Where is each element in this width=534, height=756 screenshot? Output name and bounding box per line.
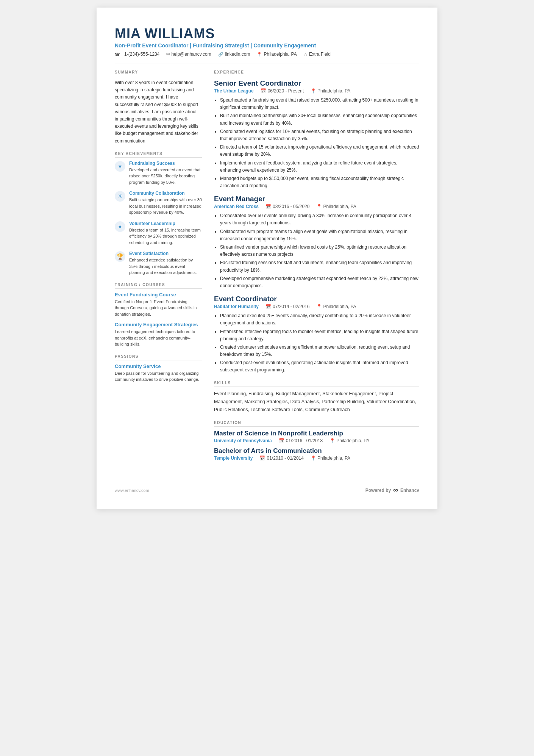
passion-desc-0: Deep passion for volunteering and organi… [115,370,202,383]
edu-dates-1: 📅 01/2010 - 01/2014 [259,455,303,461]
location-icon: 📍 [257,52,262,57]
achievement-content-3: Event Satisfaction Enhanced attendee sat… [129,251,202,276]
email-icon: ✉ [166,52,170,57]
calendar-icon-2: 📅 [265,304,271,309]
phone-icon: ☎ [115,52,120,57]
job-location-0: 📍 Philadelphia, PA [311,88,350,94]
job-dates-1: 📅 03/2016 - 05/2020 [265,204,309,209]
job-dates-2: 📅 07/2014 - 02/2016 [265,304,309,309]
edu-pin-icon-0: 📍 [329,438,335,443]
achievement-item-1: ✳ Community Collaboration Built strategi… [115,191,202,216]
achievement-title-0: Fundraising Success [129,161,202,166]
achievement-content-2: Volunteer Leadership Directed a team of … [129,221,202,246]
bullet-2-0: Planned and executed 25+ events annually… [220,312,419,327]
phone-contact: ☎ +1-(234)-555-1234 [115,52,159,57]
bullet-0-0: Spearheaded a fundraising event that rai… [220,97,419,111]
candidate-title: Non-Profit Event Coordinator | Fundraisi… [115,42,419,49]
edu-item-0: Master of Science in Nonprofit Leadershi… [214,430,419,443]
edu-calendar-icon-0: 📅 [279,438,284,443]
right-column: EXPERIENCE Senior Event Coordinator The … [214,70,419,465]
bullet-1-1: Collaborated with program teams to align… [220,228,419,243]
achievement-title-3: Event Satisfaction [129,251,202,256]
edu-dates-0: 📅 01/2016 - 01/2018 [279,438,323,443]
achievement-desc-1: Built strategic partnerships with over 3… [129,197,202,216]
edu-meta-0: University of Pennsylvania 📅 01/2016 - 0… [214,438,419,443]
job-meta-2: Habitat for Humanity 📅 07/2014 - 02/2016… [214,304,419,309]
achievement-item-3: 🏆 Event Satisfaction Enhanced attendee s… [115,251,202,276]
achievement-title-1: Community Collaboration [129,191,202,196]
course-desc-0: Certified in Nonprofit Event Fundraising… [115,299,202,318]
achievement-desc-2: Directed a team of 15, increasing team e… [129,227,202,246]
course-title-1: Community Engagement Strategies [115,322,202,327]
summary-label: SUMMARY [115,70,202,76]
bullet-1-0: Orchestrated over 50 events annually, dr… [220,212,419,227]
achievement-content-1: Community Collaboration Built strategic … [129,191,202,216]
header-divider [115,64,419,64]
achievements-label: KEY ACHIEVEMENTS [115,152,202,158]
linkedin-contact[interactable]: 🔗 linkedin.com [218,52,250,57]
job-bullets-0: Spearheaded a fundraising event that rai… [214,97,419,189]
candidate-name: MIA WILLIAMS [115,26,419,42]
footer-section: www.enhancv.com Powered by ∞ Enhancv [115,486,419,494]
achievement-desc-3: Enhanced attendee satisfaction by 35% th… [129,257,202,276]
location-text: Philadelphia, PA [264,52,297,57]
phone-text: +1-(234)-555-1234 [122,52,159,57]
main-layout: SUMMARY With over 8 years in event coord… [115,70,419,465]
edu-location-0: 📍 Philadelphia, PA [329,438,369,443]
edu-pin-icon-1: 📍 [311,455,316,461]
footer-website: www.enhancv.com [115,488,149,493]
contact-row: ☎ +1-(234)-555-1234 ✉ help@enhancv.com 🔗… [115,52,419,57]
calendar-icon-0: 📅 [261,88,266,94]
edu-location-1: 📍 Philadelphia, PA [311,455,350,461]
powered-by-text: Powered by [365,488,391,493]
footer-divider [115,474,419,474]
course-title-0: Event Fundraising Course [115,292,202,297]
job-company-2: Habitat for Humanity [214,304,259,309]
achievement-icon-3: 🏆 [115,251,125,262]
extra-icon: ☆ [304,52,308,57]
job-title-2: Event Coordinator [214,295,419,303]
job-meta-1: American Red Cross 📅 03/2016 - 05/2020 📍… [214,204,419,209]
pin-icon-0: 📍 [311,88,316,94]
bullet-2-2: Created volunteer schedules ensuring eff… [220,344,419,358]
achievement-icon-1: ✳ [115,191,125,202]
edu-degree-0: Master of Science in Nonprofit Leadershi… [214,430,419,437]
edu-calendar-icon-1: 📅 [259,455,265,461]
training-label: TRAINING / COURSES [115,283,202,289]
header-section: MIA WILLIAMS Non-Profit Event Coordinato… [115,26,419,57]
bullet-0-4: Implemented an event feedback system, an… [220,160,419,174]
job-bullets-1: Orchestrated over 50 events annually, dr… [214,212,419,290]
linkedin-icon: 🔗 [218,52,223,57]
job-1: Event Manager American Red Cross 📅 03/20… [214,195,419,290]
job-company-1: American Red Cross [214,204,259,209]
location-contact: 📍 Philadelphia, PA [257,52,297,57]
left-column: SUMMARY With over 8 years in event coord… [115,70,202,465]
edu-school-0: University of Pennsylvania [214,438,272,443]
bullet-0-1: Built and maintained partnerships with 3… [220,112,419,127]
experience-label: EXPERIENCE [214,70,419,76]
job-dates-0: 📅 06/2020 - Present [261,88,304,94]
email-text: help@enhancv.com [171,52,211,57]
extra-text: Extra Field [309,52,331,57]
skills-text: Event Planning, Fundraising, Budget Mana… [214,390,419,414]
job-location-1: 📍 Philadelphia, PA [316,204,356,209]
bullet-0-2: Coordinated event logistics for 10+ annu… [220,128,419,142]
job-2: Event Coordinator Habitat for Humanity 📅… [214,295,419,374]
edu-school-1: Temple University [214,455,253,461]
achievement-item-2: ★ Volunteer Leadership Directed a team o… [115,221,202,246]
job-meta-0: The Urban League 📅 06/2020 - Present 📍 P… [214,88,419,94]
edu-item-1: Bachelor of Arts in Communication Temple… [214,447,419,461]
job-company-0: The Urban League [214,88,254,94]
enhancv-icon: ∞ [393,486,398,494]
enhancv-branding: Powered by ∞ Enhancv [365,486,419,494]
resume-page: MIA WILLIAMS Non-Profit Event Coordinato… [97,8,437,509]
achievement-icon-0: ★ [115,161,125,172]
bullet-2-1: Established effective reporting tools to… [220,328,419,343]
passion-title-0: Community Service [115,363,202,369]
achievement-item-0: ★ Fundraising Success Developed and exec… [115,161,202,186]
summary-text: With over 8 years in event coordination,… [115,79,202,145]
achievement-title-2: Volunteer Leadership [129,221,202,226]
pin-icon-1: 📍 [316,204,322,209]
job-bullets-2: Planned and executed 25+ events annually… [214,312,419,374]
bullet-1-2: Streamlined vendor partnerships which lo… [220,244,419,258]
